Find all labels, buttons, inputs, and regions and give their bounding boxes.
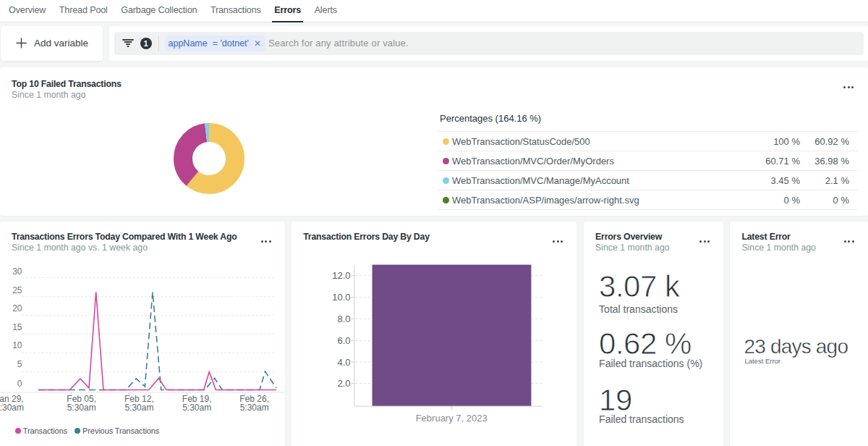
svg-text:20: 20: [12, 303, 22, 314]
svg-text:6.0: 6.0: [338, 335, 351, 346]
svg-text:5: 5: [17, 359, 22, 369]
svg-text:25: 25: [12, 285, 22, 295]
svg-text:10.0: 10.0: [332, 292, 350, 303]
svg-text:30: 30: [12, 266, 22, 277]
svg-text:2.0: 2.0: [338, 378, 351, 389]
svg-text:10: 10: [12, 341, 22, 351]
svg-text:15: 15: [12, 322, 22, 332]
svg-text:8.0: 8.0: [338, 314, 351, 324]
svg-text:0: 0: [17, 379, 22, 389]
svg-text:4.0: 4.0: [338, 357, 351, 368]
svg-text:12.0: 12.0: [332, 270, 350, 281]
